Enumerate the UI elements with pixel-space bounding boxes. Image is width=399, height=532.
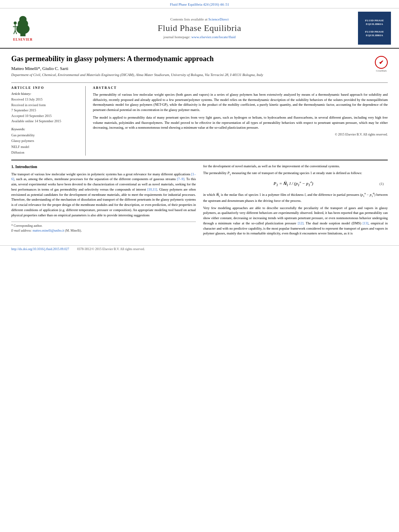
article-body-top: ARTICLE INFO Article history: Received 1… <box>11 82 388 156</box>
body-col-right: for the development of novel materials, … <box>203 164 388 238</box>
copyright-line: © 2015 Elsevier B.V. All rights reserved… <box>93 133 388 136</box>
right-para-4: Very few modeling approaches are able to… <box>203 205 388 236</box>
elsevier-label: ELSEVIER <box>13 38 33 41</box>
contents-line: Contents lists available at ScienceDirec… <box>41 17 358 21</box>
sciencedirect-link[interactable]: ScienceDirect <box>208 17 228 21</box>
doi-link[interactable]: http://dx.doi.org/10.1016/j.fluid.2015.0… <box>11 247 69 251</box>
abstract-para-1: The permeability of various low molecula… <box>93 92 388 113</box>
svg-line-7 <box>14 31 15 34</box>
affiliation: Department of Civil, Chemical, Environme… <box>11 72 370 78</box>
date-online: Available online 14 September 2015 <box>11 119 80 124</box>
section-divider <box>11 160 388 160</box>
crossmark-badge: ✔ <box>375 56 388 69</box>
two-column-body: 1. Introduction The transport of various… <box>11 164 388 238</box>
crossmark-area: ✔ CrossMark <box>375 56 388 72</box>
equation-formula: P <box>274 181 276 186</box>
abstract-label: ABSTRACT <box>93 86 388 90</box>
footer-bar: http://dx.doi.org/10.1016/j.fluid.2015.0… <box>0 245 399 253</box>
ref-13[interactable]: [13] <box>363 221 368 225</box>
keyword-3: NELF model <box>11 144 80 150</box>
email-link[interactable]: matteo.minelli@unibo.it <box>33 229 64 232</box>
date-accepted: Accepted 10 September 2015 <box>11 113 80 119</box>
issn-text: 0378-3812/© 2015 Elsevier B.V. All right… <box>77 247 145 251</box>
keywords-section: Keywords: Gas permeability Glassy polyme… <box>11 127 80 156</box>
svg-point-4 <box>14 22 16 25</box>
authors: Matteo Minelli*, Giulio C. Sarti <box>11 66 370 71</box>
intro-para-1: The transport of various low molecular w… <box>11 172 196 218</box>
ref-10-11[interactable]: [10,11] <box>147 187 157 191</box>
top-bar: Fluid Phase Equilibria 424 (2016) 44–51 <box>0 0 399 8</box>
keyword-2: Glassy polymers <box>11 138 80 144</box>
journal-header-center: Contents lists available at ScienceDirec… <box>41 17 358 39</box>
footnote-email: E-mail address: matteo.minelli@unibo.it … <box>11 228 196 233</box>
date-received: Received 13 July 2015 <box>11 97 80 103</box>
body-col-left: 1. Introduction The transport of various… <box>11 164 196 238</box>
abstract-text: The permeability of various low molecula… <box>93 92 388 130</box>
keyword-4: Diffusion <box>11 150 80 155</box>
article-info-label: ARTICLE INFO <box>11 86 80 90</box>
footnote-area: * Corresponding author. E-mail address: … <box>11 222 196 233</box>
title-row: Gas permeability in glassy polymers: A t… <box>11 54 388 82</box>
elsevier-logo-area: ELSEVIER <box>5 15 41 41</box>
journal-title-header: Fluid Phase Equilibria <box>41 23 358 33</box>
ref-1-6[interactable]: [1–6] <box>11 172 196 181</box>
svg-line-8 <box>15 31 17 34</box>
right-para-3: in which Ṅ1 is the molar flux of species… <box>203 191 388 203</box>
keywords-label: Keywords: <box>11 127 80 131</box>
main-content: Gas permeability in glassy polymers: A t… <box>0 49 399 242</box>
article-info-col: ARTICLE INFO Article history: Received 1… <box>11 86 86 156</box>
page: Fluid Phase Equilibria 424 (2016) 44–51 <box>0 0 399 532</box>
journal-header: ELSEVIER Contents lists available at Sci… <box>0 8 399 49</box>
right-para-1: for the development of novel materials, … <box>203 164 388 169</box>
journal-citation: Fluid Phase Equilibria 424 (2016) 44–51 <box>170 2 229 6</box>
history-label: Article history: <box>11 92 80 96</box>
equation-number: (1) <box>380 181 384 187</box>
footnote-corresponding: * Corresponding author. <box>11 224 196 228</box>
crossmark-label: CrossMark <box>376 70 387 72</box>
journal-logo-right: FLUID PHASEEQUILIBRIAFLUID PHASEEQUILIBR… <box>358 12 394 45</box>
homepage-link[interactable]: www.elsevier.com/locate/fluid <box>191 35 236 39</box>
svg-point-3 <box>19 16 27 23</box>
equation-1-block: P1 = Ṅ1 l / (p1u − p1d) (1) <box>203 180 388 188</box>
abstract-col: ABSTRACT The permeability of various low… <box>93 86 388 156</box>
elsevier-tree-icon <box>9 15 37 37</box>
journal-logo-text: FLUID PHASEEQUILIBRIAFLUID PHASEEQUILIBR… <box>365 19 384 37</box>
keyword-1: Gas permeability <box>11 132 80 138</box>
ref-12[interactable]: [12] <box>298 221 303 225</box>
title-area: Gas permeability in glassy polymers: A t… <box>11 54 370 82</box>
journal-logo-box: FLUID PHASEEQUILIBRIAFLUID PHASEEQUILIBR… <box>358 12 391 45</box>
article-title: Gas permeability in glassy polymers: A t… <box>11 54 370 64</box>
ref-7-9[interactable]: [7–9] <box>177 177 184 181</box>
info-dates: Received 13 July 2015 Received in revise… <box>11 97 80 124</box>
date-revised-label: Received in revised form <box>11 103 80 108</box>
journal-homepage: journal homepage: www.elsevier.com/locat… <box>41 35 358 39</box>
intro-heading: 1. Introduction <box>11 164 196 170</box>
right-para-2: The permeability P1 measuring the rate o… <box>203 170 388 177</box>
abstract-para-2: The model is applied to permeability dat… <box>93 115 388 130</box>
date-revised: 7 September 2015 <box>11 108 80 113</box>
equation-1-content: P1 = Ṅ1 l / (p1u − p1d) <box>207 180 380 188</box>
